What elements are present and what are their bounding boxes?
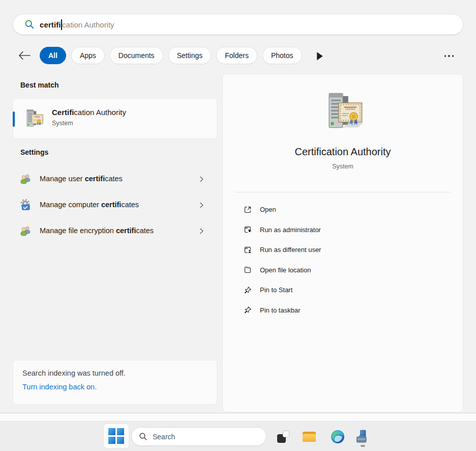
user-certificates-icon — [19, 173, 32, 186]
indexing-notice-text: Search indexing was turned off. — [22, 369, 207, 377]
play-triangle-icon — [316, 51, 323, 61]
edge-icon — [331, 430, 345, 444]
more-options-button[interactable] — [444, 53, 460, 59]
action-label: Open file location — [260, 266, 311, 274]
mmc-console-button[interactable] — [354, 429, 370, 445]
filter-tab-apps[interactable]: Apps — [71, 47, 105, 64]
scroll-filters-button[interactable] — [316, 51, 323, 60]
filter-tab-photos[interactable]: Photos — [262, 47, 302, 64]
folder-icon — [243, 265, 252, 274]
desktop-strip — [0, 413, 476, 421]
running-app-indicator — [361, 445, 365, 447]
best-match-title-bold: Certifi — [52, 108, 74, 117]
preview-subtitle: System — [223, 163, 463, 170]
ellipsis-icon — [444, 55, 446, 57]
taskbar-search-label: Search — [153, 433, 175, 441]
settings-item-manage-computer-certificates[interactable]: Manage computer certificates — [13, 195, 217, 215]
search-flyout: certifi cation Authority All Apps Docume… — [0, 0, 476, 451]
action-label: Open — [260, 206, 276, 213]
action-run-as-different-user[interactable]: Run as different user — [223, 240, 463, 260]
filter-tab-documents[interactable]: Documents — [110, 47, 163, 64]
search-input[interactable]: certifi cation Authority — [13, 14, 463, 35]
chevron-right-icon — [198, 202, 205, 209]
filter-tabs-row: All Apps Documents Settings Folders Phot… — [0, 47, 476, 65]
settings-header: Settings — [20, 148, 48, 156]
best-match-subtitle: System — [52, 120, 126, 127]
best-match-header: Best match — [20, 81, 58, 89]
indexing-notice-link[interactable]: Turn indexing back on. — [22, 383, 207, 391]
filter-tab-label: Settings — [177, 51, 203, 60]
action-pin-to-taskbar[interactable]: Pin to taskbar — [223, 300, 463, 321]
chevron-right-icon — [198, 176, 205, 183]
pin-icon — [243, 305, 252, 315]
search-icon — [24, 19, 35, 30]
action-label: Pin to taskbar — [260, 306, 301, 314]
task-view-icon — [277, 431, 289, 443]
best-match-title: Certification Authority — [52, 108, 126, 117]
selection-indicator — [13, 111, 15, 127]
settings-item-manage-user-certificates[interactable]: Manage user certificates — [13, 169, 217, 189]
action-open[interactable]: Open — [223, 200, 463, 220]
action-list: Open Run as administrator Run as differe… — [223, 200, 463, 320]
taskbar: Search — [0, 421, 476, 451]
filter-tab-label: Photos — [271, 51, 293, 60]
run-as-admin-icon — [243, 225, 252, 234]
start-button[interactable] — [104, 424, 129, 448]
file-explorer-icon — [302, 430, 317, 443]
search-icon — [139, 432, 147, 441]
computer-certificates-icon — [19, 199, 32, 212]
best-match-item[interactable]: Certification Authority System — [13, 98, 217, 139]
filter-tab-all[interactable]: All — [40, 47, 66, 64]
chevron-right-icon — [198, 228, 205, 235]
run-as-different-user-icon — [243, 245, 252, 255]
settings-item-label: Manage file encryption certificates — [40, 227, 154, 235]
filter-tab-label: Documents — [118, 51, 155, 60]
action-label: Pin to Start — [260, 286, 292, 294]
windows-logo-icon — [108, 428, 124, 444]
preview-panel: Certification Authority System Open Run … — [222, 74, 463, 412]
action-label: Run as different user — [260, 246, 321, 253]
best-match-title-rest: cation Authority — [74, 108, 126, 117]
filter-tab-folders[interactable]: Folders — [216, 47, 257, 64]
preview-title: Certification Authority — [223, 146, 463, 158]
filter-tab-label: Apps — [80, 51, 96, 60]
settings-item-label: Manage user certificates — [40, 175, 123, 183]
settings-item-label: Manage computer certificates — [40, 201, 139, 209]
search-typed-text: certifi — [40, 20, 61, 29]
settings-item-manage-file-encryption-certificates[interactable]: Manage file encryption certificates — [13, 221, 217, 241]
file-explorer-button[interactable] — [301, 429, 317, 445]
action-open-file-location[interactable]: Open file location — [223, 260, 463, 280]
certification-authority-icon — [23, 108, 44, 130]
preview-divider — [235, 192, 451, 192]
file-encryption-certificates-icon — [19, 224, 32, 238]
certification-authority-icon-large — [321, 91, 365, 134]
indexing-notice: Search indexing was turned off. Turn ind… — [13, 360, 217, 405]
pin-icon — [243, 286, 252, 295]
task-view-button[interactable] — [275, 429, 291, 445]
open-icon — [243, 205, 252, 214]
search-suggestion-text: cation Authority — [62, 20, 114, 29]
server-manager-icon — [355, 430, 369, 444]
back-arrow-icon[interactable] — [18, 50, 31, 61]
filter-tab-label: All — [48, 51, 57, 60]
edge-button[interactable] — [330, 429, 346, 445]
action-run-as-administrator[interactable]: Run as administrator — [223, 220, 463, 240]
taskbar-search-box[interactable]: Search — [131, 427, 266, 446]
action-label: Run as administrator — [260, 226, 321, 234]
filter-tab-label: Folders — [225, 51, 249, 60]
filter-tab-settings[interactable]: Settings — [168, 47, 212, 64]
action-pin-to-start[interactable]: Pin to Start — [223, 280, 463, 300]
